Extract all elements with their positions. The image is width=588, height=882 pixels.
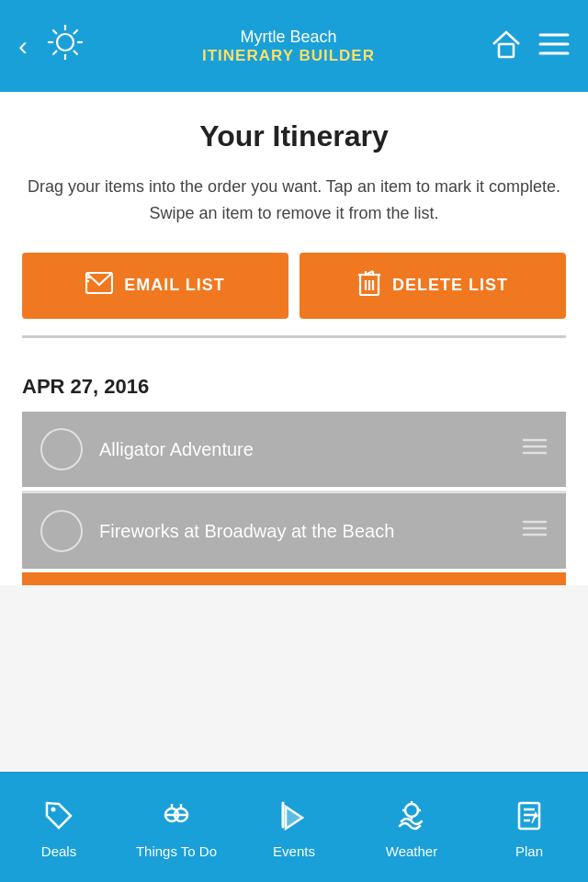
- menu-button[interactable]: [538, 31, 570, 62]
- logo-sun-icon: [44, 21, 86, 71]
- nav-item-plan[interactable]: Plan: [470, 773, 588, 882]
- nav-label-things-to-do: Things To Do: [136, 843, 217, 860]
- nav-item-events[interactable]: Events: [235, 773, 353, 882]
- item-label: Alligator Adventure: [99, 437, 505, 461]
- main-content: Your Itinerary Drag your items into the …: [0, 92, 588, 356]
- header-center: Myrtle Beach ITINERARY BUILDER: [202, 28, 375, 65]
- header-subtitle: ITINERARY BUILDER: [202, 47, 375, 65]
- email-list-label: EMAIL LIST: [124, 276, 225, 295]
- svg-point-30: [51, 807, 56, 811]
- nav-label-weather: Weather: [386, 843, 437, 860]
- delete-list-button[interactable]: DELETE LIST: [300, 253, 566, 319]
- page-description: Drag your items into the order you want.…: [22, 174, 566, 227]
- deals-icon: [41, 797, 76, 838]
- weather-icon: [394, 797, 429, 838]
- action-buttons: EMAIL LIST DELETE LIST: [22, 253, 566, 319]
- svg-point-0: [57, 34, 74, 51]
- header-left: ‹: [18, 21, 86, 71]
- svg-point-36: [405, 804, 418, 817]
- table-row[interactable]: Fireworks at Broadway at the Beach: [22, 491, 566, 569]
- drag-handle-icon: [522, 518, 548, 544]
- svg-line-6: [74, 51, 78, 55]
- page-title: Your Itinerary: [22, 119, 566, 153]
- svg-line-8: [53, 51, 58, 55]
- svg-line-5: [53, 30, 58, 35]
- date-section: APR 27, 2016 Alligator Adventure Firewor…: [0, 356, 588, 585]
- svg-line-7: [74, 30, 78, 35]
- item-complete-circle[interactable]: [40, 428, 83, 470]
- itinerary-list: Alligator Adventure Fireworks at Broadwa…: [22, 412, 566, 569]
- nav-label-deals: Deals: [41, 843, 76, 860]
- date-label: APR 27, 2016: [22, 375, 566, 399]
- email-icon: [85, 272, 113, 300]
- nav-item-things-to-do[interactable]: Things To Do: [118, 773, 235, 882]
- events-icon: [277, 797, 311, 838]
- app-header: ‹ Myrtle Beach ITINERARY BUILDER: [0, 0, 588, 92]
- home-button[interactable]: [491, 28, 522, 64]
- table-row[interactable]: Alligator Adventure: [22, 412, 566, 487]
- header-city: Myrtle Beach: [202, 28, 375, 47]
- bottom-nav: Deals Things To Do Events: [0, 772, 588, 882]
- back-button[interactable]: ‹: [18, 32, 28, 60]
- nav-label-events: Events: [273, 843, 315, 860]
- header-right: [491, 28, 570, 64]
- trash-icon: [357, 269, 381, 302]
- nav-label-plan: Plan: [515, 843, 543, 860]
- item-complete-circle[interactable]: [40, 510, 83, 552]
- nav-item-weather[interactable]: Weather: [353, 773, 470, 882]
- item-label: Fireworks at Broadway at the Beach: [99, 519, 505, 543]
- things-to-do-icon: [159, 797, 194, 838]
- svg-rect-9: [499, 44, 514, 57]
- plan-icon: [512, 797, 547, 838]
- drag-handle-icon: [522, 436, 548, 462]
- email-list-button[interactable]: EMAIL LIST: [22, 253, 288, 319]
- nav-item-deals[interactable]: Deals: [0, 773, 118, 882]
- delete-list-label: DELETE LIST: [392, 276, 508, 295]
- section-divider: [22, 335, 566, 338]
- next-item-peek: [22, 572, 566, 585]
